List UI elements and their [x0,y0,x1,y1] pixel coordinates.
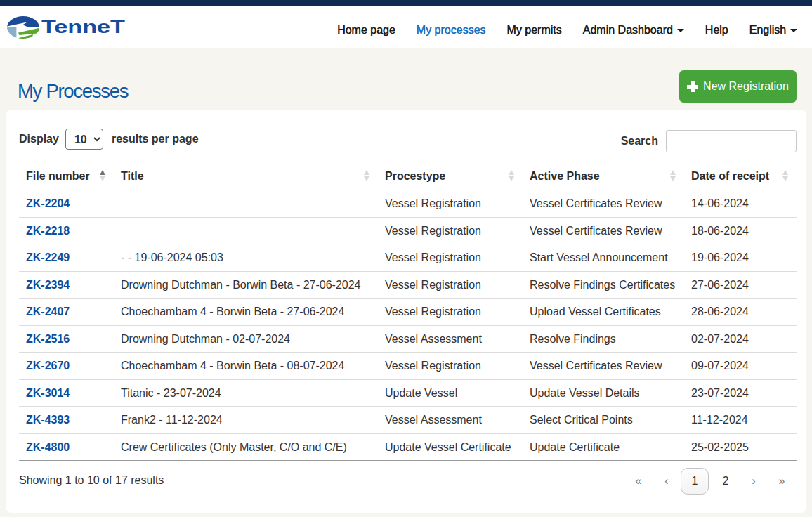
svg-text:TenneT: TenneT [41,17,125,37]
